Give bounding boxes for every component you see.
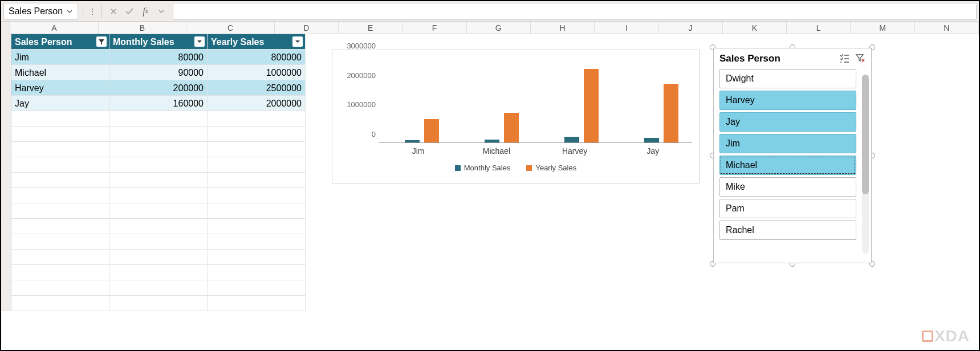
- filter-applied-icon[interactable]: [96, 36, 107, 47]
- cell[interactable]: [208, 142, 306, 157]
- filter-dropdown-icon[interactable]: [194, 36, 205, 47]
- cell-yearly[interactable]: 2000000: [208, 96, 306, 111]
- confirm-icon[interactable]: [123, 5, 136, 18]
- slicer-selection[interactable]: Sales Person DwightHarveyJayJimMichaelMi…: [713, 48, 872, 263]
- slicer-item[interactable]: Pam: [719, 199, 856, 218]
- slicer-item[interactable]: Michael: [719, 156, 856, 175]
- chart[interactable]: 0100000020000003000000 JimMichaelHarveyJ…: [332, 50, 700, 183]
- filter-dropdown-icon[interactable]: [292, 36, 303, 47]
- table-header-cell[interactable]: Sales Person: [11, 34, 109, 50]
- cell[interactable]: [11, 157, 109, 173]
- slicer-item[interactable]: Rachel: [719, 221, 856, 240]
- col-header[interactable]: N: [915, 22, 979, 34]
- row-header[interactable]: [1, 126, 11, 142]
- cell[interactable]: [109, 219, 208, 234]
- slicer[interactable]: Sales Person DwightHarveyJayJimMichaelMi…: [713, 48, 872, 263]
- col-header[interactable]: H: [531, 22, 595, 34]
- more-icon[interactable]: ⋮: [88, 5, 97, 18]
- name-box[interactable]: Sales Person: [3, 3, 78, 20]
- cell[interactable]: [11, 296, 109, 311]
- cell-person[interactable]: Jim: [11, 50, 109, 65]
- cell[interactable]: [208, 203, 306, 219]
- col-header[interactable]: J: [659, 22, 723, 34]
- cell[interactable]: [109, 126, 208, 142]
- col-header[interactable]: M: [851, 22, 914, 34]
- scrollbar-thumb[interactable]: [862, 75, 869, 194]
- cell[interactable]: [109, 296, 208, 311]
- cell[interactable]: [208, 296, 306, 311]
- col-header[interactable]: K: [723, 22, 787, 34]
- row-header[interactable]: [1, 173, 11, 188]
- cell[interactable]: [109, 265, 208, 280]
- cell[interactable]: [11, 219, 109, 234]
- cell[interactable]: [208, 157, 306, 173]
- cell-monthly[interactable]: 80000: [109, 50, 208, 65]
- row-header[interactable]: [1, 142, 11, 157]
- row-header[interactable]: [1, 111, 11, 126]
- row-header[interactable]: [1, 80, 11, 96]
- col-header[interactable]: I: [595, 22, 658, 34]
- cell[interactable]: [11, 265, 109, 280]
- row-header[interactable]: [1, 96, 11, 111]
- cell[interactable]: [11, 203, 109, 219]
- cell[interactable]: [208, 219, 306, 234]
- cell[interactable]: [208, 188, 306, 203]
- cell[interactable]: [11, 173, 109, 188]
- row-header[interactable]: [1, 203, 11, 219]
- cell[interactable]: [109, 111, 208, 126]
- multi-select-icon[interactable]: [839, 54, 849, 64]
- slicer-item[interactable]: Mike: [719, 177, 856, 197]
- row-header[interactable]: [1, 280, 11, 296]
- cell[interactable]: [208, 126, 306, 142]
- cell-person[interactable]: Jay: [11, 96, 109, 111]
- table-header-cell[interactable]: Yearly Sales: [208, 34, 306, 50]
- cell-monthly[interactable]: 160000: [109, 96, 208, 111]
- clear-filter-icon[interactable]: [855, 54, 865, 64]
- row-header[interactable]: [1, 65, 11, 80]
- cell[interactable]: [109, 173, 208, 188]
- cell[interactable]: [109, 203, 208, 219]
- cell-monthly[interactable]: 90000: [109, 65, 208, 80]
- cell-person[interactable]: Michael: [11, 65, 109, 80]
- row-header[interactable]: [1, 265, 11, 280]
- cell[interactable]: [208, 265, 306, 280]
- scrollbar[interactable]: [862, 75, 869, 254]
- cell-yearly[interactable]: 1000000: [208, 65, 306, 80]
- slicer-item[interactable]: Jay: [719, 112, 856, 132]
- slicer-item[interactable]: Jim: [719, 134, 856, 153]
- col-header[interactable]: A: [10, 22, 98, 34]
- select-all-corner[interactable]: [1, 22, 10, 34]
- slicer-item[interactable]: Harvey: [719, 91, 856, 110]
- cell-yearly[interactable]: 800000: [208, 50, 306, 65]
- col-header[interactable]: G: [467, 22, 531, 34]
- row-header[interactable]: [1, 188, 11, 203]
- col-header[interactable]: F: [402, 22, 466, 34]
- cell[interactable]: [11, 234, 109, 250]
- col-header[interactable]: E: [339, 22, 402, 34]
- formula-dropdown-icon[interactable]: [154, 5, 168, 18]
- cell[interactable]: [109, 234, 208, 250]
- cell-person[interactable]: Harvey: [11, 80, 109, 96]
- cell[interactable]: [109, 280, 208, 296]
- col-header[interactable]: C: [186, 22, 274, 34]
- row-header[interactable]: [1, 296, 11, 311]
- cell[interactable]: [11, 111, 109, 126]
- cell[interactable]: [11, 250, 109, 265]
- cell-monthly[interactable]: 200000: [109, 80, 208, 96]
- cell[interactable]: [109, 142, 208, 157]
- table-header-cell[interactable]: Monthly Sales: [109, 34, 208, 50]
- row-header[interactable]: [1, 219, 11, 234]
- fx-icon[interactable]: fx: [139, 5, 152, 18]
- cell[interactable]: [11, 126, 109, 142]
- cell[interactable]: [208, 111, 306, 126]
- cell[interactable]: [109, 250, 208, 265]
- cell[interactable]: [109, 188, 208, 203]
- row-header[interactable]: [1, 34, 11, 50]
- cell[interactable]: [11, 142, 109, 157]
- row-header[interactable]: [1, 157, 11, 173]
- slicer-item[interactable]: Dwight: [719, 69, 856, 88]
- cell-yearly[interactable]: 2500000: [208, 80, 306, 96]
- cell[interactable]: [11, 188, 109, 203]
- cell[interactable]: [208, 173, 306, 188]
- cell[interactable]: [109, 157, 208, 173]
